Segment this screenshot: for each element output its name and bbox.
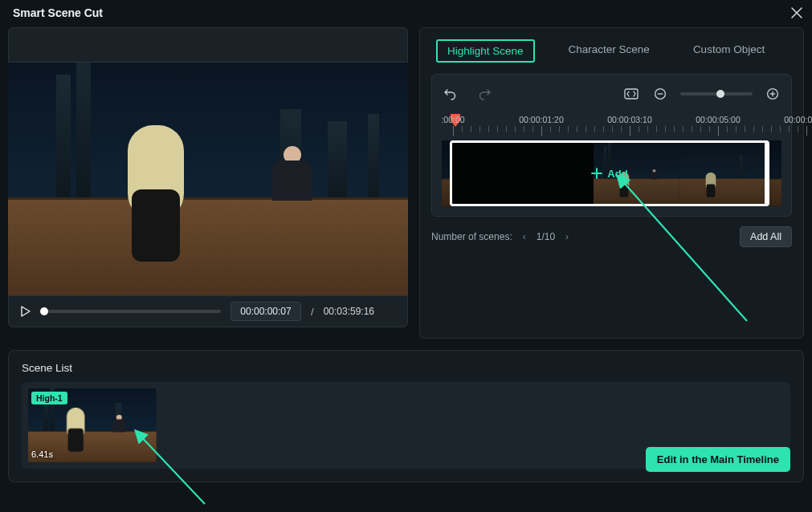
zoom-in-button[interactable] [764,85,781,103]
scene-duration: 6.41s [31,449,53,459]
duration: 00:03:59:16 [324,306,374,317]
upper-area: 00:00:00:07 / 00:03:59:16 Highlight Scen… [0,27,812,339]
scene-count-value: 1/10 [537,231,555,242]
add-all-button[interactable]: Add All [740,226,792,247]
scene-count-label: Number of scenes: [431,231,512,242]
tab-custom-object[interactable]: Custom Object [683,39,774,63]
ruler-label: 00:00:03:10 [607,115,651,124]
window-title: Smart Scene Cut [13,6,103,19]
timeline-panel: :00:0000:00:01:2000:00:03:1000:00:05:000… [431,74,792,217]
plus-icon [591,168,602,179]
scene-card[interactable]: High-1 6.41s [28,388,157,462]
seek-slider[interactable] [44,310,221,313]
add-clip-button[interactable]: Add [452,143,767,204]
redo-button[interactable] [475,85,493,103]
preview-panel: 00:00:00:07 / 00:03:59:16 [8,27,408,339]
preview-video[interactable] [8,63,408,295]
timeline-ruler[interactable]: :00:0000:00:01:2000:00:03:1000:00:05:000… [442,115,781,139]
scene-list-panel: Scene List High-1 6.41s Edit in the Main… [8,350,804,482]
undo-button[interactable] [442,85,459,103]
next-scene-button[interactable]: › [561,231,573,242]
tabs: Highlight Scene Character Scene Custom O… [420,28,803,74]
playback-controls: 00:00:00:07 / 00:03:59:16 [8,295,408,327]
trim-handle-right[interactable] [765,143,769,204]
ruler-label: 00:00:06:20 [784,115,812,124]
time-separator: / [311,306,314,318]
ruler-label: 00:00:05:00 [696,115,740,124]
ruler-label: :00:00 [441,115,464,124]
edit-main-timeline-button[interactable]: Edit in the Main Timeline [646,447,790,472]
current-time: 00:00:00:07 [231,302,301,321]
ruler-label: 00:00:01:20 [519,115,563,124]
timeline-toolbar [442,83,781,105]
scene-badge: High-1 [31,392,67,404]
zoom-out-button[interactable] [651,85,669,103]
tab-highlight-scene[interactable]: Highlight Scene [436,39,535,63]
play-button[interactable] [17,303,35,320]
prev-scene-button[interactable]: ‹ [519,231,530,242]
clip-row: Add [442,140,781,206]
selected-clip[interactable]: Add [450,140,769,206]
smart-scene-cut-window: Smart Scene Cut [0,0,812,512]
titlebar: Smart Scene Cut [0,0,812,27]
scene-list-title: Scene List [22,362,790,374]
scene-detection-panel: Highlight Scene Character Scene Custom O… [419,27,804,339]
fit-timeline-button[interactable] [622,85,640,103]
tab-character-scene[interactable]: Character Scene [559,39,659,63]
scene-count-row: Number of scenes: ‹ 1/10 › Add All [420,217,803,247]
preview-header [8,27,408,63]
add-clip-label: Add [607,168,627,180]
close-button[interactable] [791,7,802,18]
video-frame [8,63,408,295]
zoom-slider[interactable] [680,92,753,95]
